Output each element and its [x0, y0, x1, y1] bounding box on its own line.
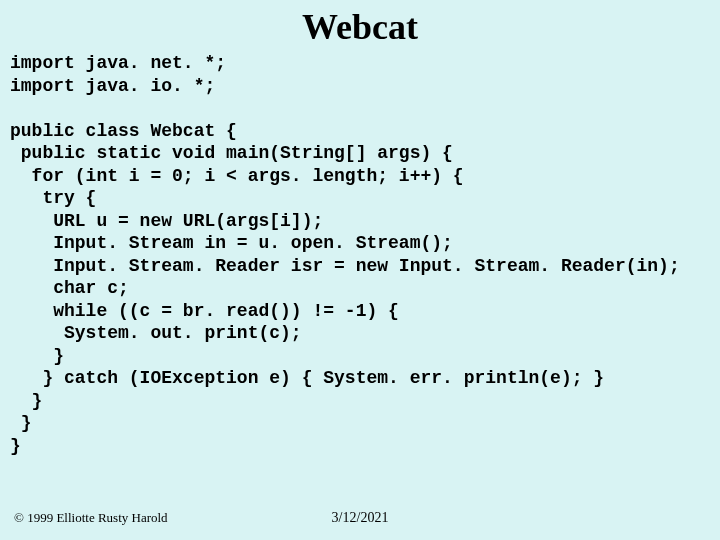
slide: Webcat import java. net. *; import java.… — [0, 0, 720, 540]
footer-date: 3/12/2021 — [0, 510, 720, 526]
code-block: import java. net. *; import java. io. *;… — [0, 52, 720, 457]
slide-title: Webcat — [0, 0, 720, 52]
